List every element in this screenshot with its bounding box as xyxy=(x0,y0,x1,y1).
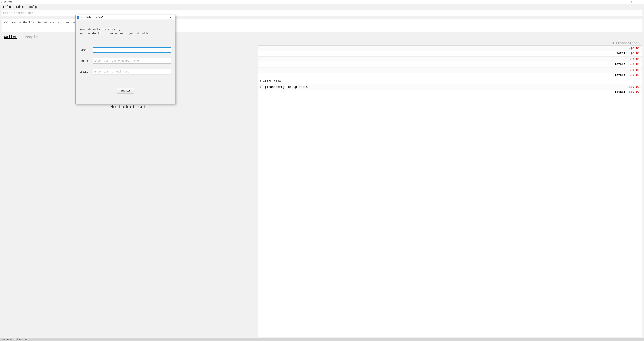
transaction-total-row: Total:-$50.00 xyxy=(258,90,642,95)
transaction-total-value: -$8.00 xyxy=(629,52,640,55)
titlebar: Sharkie — ☐ ✕ xyxy=(0,0,644,4)
transaction-row[interactable]: -$30.00 xyxy=(258,56,642,62)
maximize-icon: ☐ xyxy=(631,1,632,3)
minimize-icon: — xyxy=(154,16,156,18)
transaction-desc: 4. [Transport] Top up ezlink xyxy=(259,85,309,89)
dialog-close-button[interactable]: ✕ xyxy=(167,15,174,20)
close-icon: ✕ xyxy=(170,16,171,19)
close-button[interactable]: ✕ xyxy=(636,0,643,4)
statusbar-path: .\data\addressbook.json xyxy=(1,338,28,340)
transaction-total-label: Total: xyxy=(615,90,626,94)
email-label: Email: xyxy=(80,70,93,74)
dialog-maximize-button[interactable]: ☐ xyxy=(159,15,167,20)
dialog-icon: ✎ xyxy=(77,16,79,19)
phone-label: Phone: xyxy=(80,60,93,62)
dialog-minimize-button[interactable]: — xyxy=(152,15,159,20)
field-row-phone: Phone: xyxy=(80,58,171,64)
dialog-fields: Name: Phone: Email: xyxy=(80,47,171,80)
statusbar: .\data\addressbook.json xyxy=(0,338,644,341)
transaction-amount: -$50.00 xyxy=(627,85,640,89)
transaction-total-label: Total: xyxy=(615,74,626,77)
tab-people[interactable]: People xyxy=(25,35,38,39)
field-row-email: Email: xyxy=(80,69,171,74)
welcome-text: Welcome to Sharkie! To get started, read… xyxy=(4,21,83,24)
expenditure-budget: No budget set! xyxy=(110,104,149,110)
dialog-submit-row: Submit xyxy=(80,88,171,94)
submit-button[interactable]: Submit xyxy=(117,88,134,94)
app-title: Sharkie xyxy=(4,1,12,3)
transactions-list[interactable]: -$8.00Total:-$8.00-$30.00Total:-$30.00-$… xyxy=(258,45,642,338)
transaction-row[interactable]: 4. [Transport] Top up ezlink-$50.00 xyxy=(258,84,642,90)
transaction-row[interactable]: -$8.00 xyxy=(258,46,642,51)
menubar: File Edit Help xyxy=(0,4,644,10)
minimize-button[interactable]: — xyxy=(620,0,628,4)
close-icon: ✕ xyxy=(639,1,640,3)
menu-edit[interactable]: Edit xyxy=(16,5,24,9)
dialog-message: Your details are missing. To use Sharkie… xyxy=(80,27,171,36)
transaction-row[interactable]: -$50.00 xyxy=(258,67,642,73)
minimize-icon: — xyxy=(624,1,625,3)
field-row-name: Name: xyxy=(80,47,171,52)
maximize-button[interactable]: ☐ xyxy=(628,0,636,4)
name-input[interactable] xyxy=(93,47,171,52)
transaction-total-row: Total:-$30.00 xyxy=(258,62,642,67)
transaction-total-label: Total: xyxy=(615,62,626,66)
menu-help[interactable]: Help xyxy=(29,5,37,9)
user-data-missing-dialog: ✎ User Data Missing! — ☐ ✕ Your details … xyxy=(76,15,176,104)
transaction-total-row: Total:-$50.00 xyxy=(258,73,642,78)
email-input[interactable] xyxy=(93,69,171,74)
transaction-total-label: Total: xyxy=(616,52,627,55)
tab-wallet[interactable]: Wallet xyxy=(4,35,17,39)
transaction-total-value: -$30.00 xyxy=(627,62,640,66)
app-icon xyxy=(1,1,3,3)
transactions-count: 9 transactions xyxy=(258,40,642,45)
phone-input[interactable] xyxy=(93,58,171,64)
maximize-icon: ☐ xyxy=(162,16,164,19)
transaction-total-row: Total:-$8.00 xyxy=(258,51,642,56)
transaction-amount: -$30.00 xyxy=(627,58,640,61)
name-label: Name: xyxy=(80,48,93,52)
transaction-total-value: -$50.00 xyxy=(627,74,640,77)
transaction-date-header: 3 APRIL 2020 xyxy=(258,78,642,84)
dialog-title: User Data Missing! xyxy=(80,16,103,18)
transaction-amount: -$8.00 xyxy=(629,47,640,50)
transactions-panel: 9 transactions -$8.00Total:-$8.00-$30.00… xyxy=(258,40,642,338)
dialog-message-line2: To use Sharkie, please enter your detail… xyxy=(80,32,171,36)
transaction-total-value: -$50.00 xyxy=(627,90,640,94)
dialog-message-line1: Your details are missing. xyxy=(80,27,171,32)
dialog-body: Your details are missing. To use Sharkie… xyxy=(76,20,175,104)
transaction-amount: -$50.00 xyxy=(627,68,640,72)
dialog-titlebar: ✎ User Data Missing! — ☐ ✕ xyxy=(76,15,175,20)
menu-file[interactable]: File xyxy=(3,5,11,9)
